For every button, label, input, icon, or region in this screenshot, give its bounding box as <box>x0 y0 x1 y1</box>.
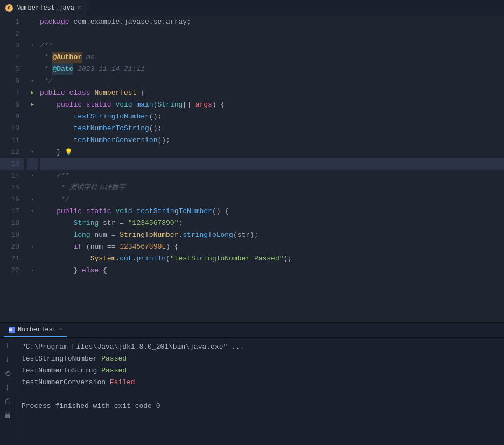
code-line: public class NumberTest { <box>40 87 504 99</box>
line-number: 15 <box>0 182 24 194</box>
line-icon <box>27 28 38 40</box>
bulb-icon: 💡 <box>61 146 73 158</box>
line-icon <box>27 158 38 170</box>
code-content[interactable]: package com.example.javase.se.array;/** … <box>38 16 504 322</box>
code-line: testNumberConversion(); <box>40 135 504 146</box>
code-line: } 💡 <box>40 146 504 158</box>
panel-sidebar-btn-0[interactable]: ↑ <box>2 340 13 351</box>
code-line: if (num == 1234567890L) { <box>40 241 504 253</box>
line-number: 8 <box>0 99 24 111</box>
line-icon <box>27 253 38 265</box>
code-line: testStringToNumber(); <box>40 111 504 123</box>
run-tab-close[interactable]: × <box>59 327 62 333</box>
line-icon: ▾ <box>27 146 38 158</box>
panel-sidebar-btn-5[interactable]: 🗑 <box>2 410 13 421</box>
line-icon <box>27 111 38 123</box>
tab-bar: C NumberTest.java × <box>0 0 504 16</box>
code-line: public static void main(String[] args) { <box>40 99 504 111</box>
line-number: 14 <box>0 170 24 182</box>
line-number: 20 <box>0 241 24 253</box>
line-icon: ▾ <box>27 170 38 182</box>
line-numbers: 12345678910111213141516171819202122 <box>0 16 27 322</box>
editor-tab[interactable]: C NumberTest.java × <box>0 0 87 16</box>
panel-sidebar-btn-2[interactable]: ⟲ <box>2 368 13 379</box>
console-line <box>22 389 498 400</box>
line-icon <box>27 16 38 28</box>
console-line: "C:\Program Files\Java\jdk1.8.0_201\bin\… <box>22 341 498 353</box>
run-panel-tab[interactable]: ■ NumberTest × <box>4 323 67 337</box>
line-number: 22 <box>0 265 24 277</box>
code-line: System.out.println("testStringToNumber P… <box>40 253 504 265</box>
code-line: */ <box>40 75 504 87</box>
line-icon: ▾ <box>27 265 38 277</box>
code-line: long num = StringToNumber.stringToLong(s… <box>40 229 504 241</box>
bottom-panel: ■ NumberTest × ↑↓⟲⤓⎙🗑 "C:\Program Files\… <box>0 322 504 445</box>
code-line: * @Date 2023-11-14 21:11 <box>40 63 504 75</box>
line-number: 10 <box>0 123 24 135</box>
code-line: String str = "1234567890"; <box>40 217 504 229</box>
code-line <box>40 158 504 170</box>
line-icon <box>27 63 38 75</box>
line-icon: ▾ <box>27 206 38 217</box>
line-icon <box>27 135 38 146</box>
line-number: 16 <box>0 194 24 206</box>
line-icon: ▶ <box>27 87 38 99</box>
console-line: testStringToNumber Passed <box>22 353 498 365</box>
code-line: public static void testStringToNumber() … <box>40 206 504 217</box>
console-line: testNumberConversion Failed <box>22 377 498 389</box>
line-number: 3 <box>0 40 24 52</box>
code-line: testNumberToString(); <box>40 123 504 135</box>
panel-content: ↑↓⟲⤓⎙🗑 "C:\Program Files\Java\jdk1.8.0_2… <box>0 338 504 445</box>
line-number: 17 <box>0 206 24 217</box>
code-line: */ <box>40 194 504 206</box>
line-number: 1 <box>0 16 24 28</box>
line-icons-column: ▾▾▶▶▾▾▾▾▾▾ <box>27 16 38 322</box>
line-number: 7 <box>0 87 24 99</box>
line-icon <box>27 52 38 63</box>
line-icon: ▾ <box>27 40 38 52</box>
code-line: } else { <box>40 265 504 277</box>
panel-sidebar: ↑↓⟲⤓⎙🗑 <box>0 338 15 445</box>
line-number: 12 <box>0 146 24 158</box>
line-number: 21 <box>0 253 24 265</box>
code-line <box>40 28 504 40</box>
tab-filename: NumberTest.java <box>16 4 74 12</box>
line-icon: ▶ <box>27 99 38 111</box>
line-icon: ▾ <box>27 75 38 87</box>
line-number: 18 <box>0 217 24 229</box>
code-line: * @Author ms <box>40 52 504 63</box>
panel-tab-bar: ■ NumberTest × <box>0 323 504 338</box>
panel-sidebar-btn-4[interactable]: ⎙ <box>2 396 13 407</box>
console-line: Process finished with exit code 0 <box>22 400 498 412</box>
code-line: /** <box>40 40 504 52</box>
code-editor: 12345678910111213141516171819202122 ▾▾▶▶… <box>0 16 504 322</box>
code-line: package com.example.javase.se.array; <box>40 16 504 28</box>
panel-sidebar-btn-3[interactable]: ⤓ <box>2 382 13 393</box>
line-number: 13 <box>0 158 24 170</box>
code-line: * 测试字符串转数字 <box>40 182 504 194</box>
line-icon <box>27 182 38 194</box>
line-icon: ▾ <box>27 194 38 206</box>
line-number: 6 <box>0 75 24 87</box>
line-number: 2 <box>0 28 24 40</box>
line-icon: ▾ <box>27 241 38 253</box>
line-icon <box>27 217 38 229</box>
line-number: 5 <box>0 63 24 75</box>
run-tab-icon: ■ <box>9 327 15 333</box>
line-icon <box>27 229 38 241</box>
java-file-icon: C <box>5 4 13 12</box>
line-number: 9 <box>0 111 24 123</box>
run-tab-label: NumberTest <box>18 326 57 334</box>
console-output: "C:\Program Files\Java\jdk1.8.0_201\bin\… <box>15 338 504 445</box>
panel-sidebar-btn-1[interactable]: ↓ <box>2 354 13 365</box>
line-number: 19 <box>0 229 24 241</box>
line-number: 11 <box>0 135 24 146</box>
line-number: 4 <box>0 52 24 63</box>
tab-close-button[interactable]: × <box>78 5 81 11</box>
console-line: testNumberToString Passed <box>22 365 498 377</box>
code-line: /** <box>40 170 504 182</box>
line-icon <box>27 123 38 135</box>
